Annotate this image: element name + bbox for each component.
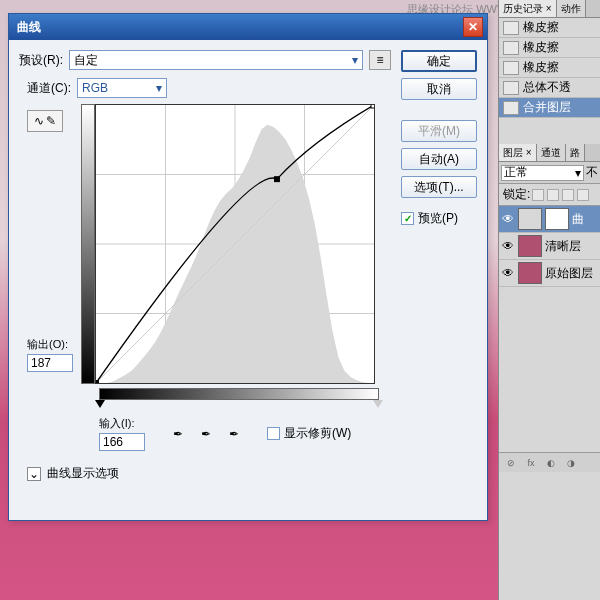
eraser-icon xyxy=(503,21,519,35)
blend-mode-select[interactable]: 正常 ▾ xyxy=(501,165,584,181)
black-point-handle[interactable] xyxy=(95,400,105,408)
white-point-handle[interactable] xyxy=(373,400,383,408)
tab-paths[interactable]: 路 xyxy=(566,144,585,161)
checkbox-icon xyxy=(267,427,280,440)
expand-toggle[interactable]: ⌄ xyxy=(27,467,41,481)
preview-label: 预览(P) xyxy=(418,210,458,227)
show-clipping-checkbox[interactable]: 显示修剪(W) xyxy=(267,425,351,442)
preset-value: 自定 xyxy=(74,52,98,69)
titlebar[interactable]: 曲线 ✕ xyxy=(9,14,487,40)
input-gradient xyxy=(99,388,379,400)
eyedropper-icon: ✒ xyxy=(173,427,183,441)
merge-icon xyxy=(503,101,519,115)
tab-actions[interactable]: 动作 xyxy=(557,0,586,17)
history-label: 总体不透 xyxy=(523,79,571,96)
tab-channels[interactable]: 通道 xyxy=(537,144,566,161)
close-icon: ✕ xyxy=(468,20,478,34)
lock-label: 锁定: xyxy=(503,186,530,203)
mask-thumb-icon xyxy=(545,208,569,230)
lock-all-icon[interactable] xyxy=(577,189,589,201)
history-item[interactable]: 橡皮擦 xyxy=(499,58,600,78)
history-item[interactable]: 合并图层 xyxy=(499,98,600,118)
opacity-label: 不 xyxy=(586,164,598,181)
eraser-icon xyxy=(503,61,519,75)
history-item[interactable]: 橡皮擦 xyxy=(499,38,600,58)
history-label: 橡皮擦 xyxy=(523,39,559,56)
layers-footer: ⊘ fx ◐ ◑ xyxy=(499,452,600,472)
lock-pixels-icon[interactable] xyxy=(547,189,559,201)
history-label: 橡皮擦 xyxy=(523,59,559,76)
eyedropper-icon: ✒ xyxy=(201,427,211,441)
pencil-icon: ✎ xyxy=(46,114,56,128)
blend-mode-value: 正常 xyxy=(504,164,528,181)
preview-checkbox[interactable]: ✓ 预览(P) xyxy=(401,210,477,227)
preset-menu-button[interactable]: ≡ xyxy=(369,50,391,70)
visibility-icon[interactable]: 👁 xyxy=(501,239,515,253)
show-clip-label: 显示修剪(W) xyxy=(284,425,351,442)
layer-thumb-icon xyxy=(518,208,542,230)
lock-transparent-icon[interactable] xyxy=(532,189,544,201)
chevron-down-icon: ▾ xyxy=(575,166,581,180)
expand-label: 曲线显示选项 xyxy=(47,465,119,482)
visibility-icon[interactable]: 👁 xyxy=(501,212,515,226)
preset-label: 预设(R): xyxy=(19,52,63,69)
tab-history[interactable]: 历史记录 × xyxy=(499,0,557,17)
dialog-title: 曲线 xyxy=(13,19,463,36)
output-gradient xyxy=(81,104,95,384)
chevron-down-icon: ▾ xyxy=(156,81,162,95)
curve-svg xyxy=(96,105,374,383)
layer-item[interactable]: 👁清晰层 xyxy=(499,233,600,260)
input-label: 输入(I): xyxy=(99,416,145,431)
input-slider[interactable] xyxy=(99,400,379,410)
eyedropper-icon: ✒ xyxy=(229,427,239,441)
history-item[interactable]: 橡皮擦 xyxy=(499,18,600,38)
curve-icon: ∿ xyxy=(34,114,44,128)
adjustment-icon[interactable]: ◑ xyxy=(563,456,579,470)
layer-item[interactable]: 👁原始图层 xyxy=(499,260,600,287)
ok-button[interactable]: 确定 xyxy=(401,50,477,72)
checkbox-checked-icon: ✓ xyxy=(401,212,414,225)
curve-canvas[interactable] xyxy=(95,104,375,384)
output-label: 输出(O): xyxy=(27,337,73,352)
close-button[interactable]: ✕ xyxy=(463,17,483,37)
curve-tool-point[interactable]: ∿ ✎ xyxy=(27,110,63,132)
lock-position-icon[interactable] xyxy=(562,189,574,201)
chevron-down-icon: ▾ xyxy=(352,53,358,67)
history-item[interactable]: 总体不透 xyxy=(499,78,600,98)
layer-label: 原始图层 xyxy=(545,265,593,282)
smooth-button: 平滑(M) xyxy=(401,120,477,142)
input-input[interactable] xyxy=(99,433,145,451)
auto-button[interactable]: 自动(A) xyxy=(401,148,477,170)
svg-rect-10 xyxy=(371,105,374,108)
fx-icon[interactable]: fx xyxy=(523,456,539,470)
menu-icon: ≡ xyxy=(376,53,383,67)
tab-layers[interactable]: 图层 × xyxy=(499,144,537,161)
history-tabs: 历史记录 × 动作 xyxy=(499,0,600,18)
layer-label: 曲 xyxy=(572,211,584,228)
eraser-icon xyxy=(503,41,519,55)
preset-select[interactable]: 自定 ▾ xyxy=(69,50,363,70)
layer-thumb-icon xyxy=(518,262,542,284)
channel-label: 通道(C): xyxy=(27,80,71,97)
layers-tabs: 图层 × 通道 路 xyxy=(499,144,600,162)
right-panels: 历史记录 × 动作 橡皮擦橡皮擦橡皮擦总体不透合并图层 图层 × 通道 路 正常… xyxy=(498,0,600,600)
layers-list: 👁曲👁清晰层👁原始图层 xyxy=(499,206,600,287)
options-button[interactable]: 选项(T)... xyxy=(401,176,477,198)
channel-value: RGB xyxy=(82,81,108,95)
visibility-icon[interactable]: 👁 xyxy=(501,266,515,280)
link-icon[interactable]: ⊘ xyxy=(503,456,519,470)
cancel-button[interactable]: 取消 xyxy=(401,78,477,100)
history-list: 橡皮擦橡皮擦橡皮擦总体不透合并图层 xyxy=(499,18,600,118)
layer-thumb-icon xyxy=(518,235,542,257)
channel-select[interactable]: RGB ▾ xyxy=(77,78,167,98)
curves-dialog: 曲线 ✕ 预设(R): 自定 ▾ ≡ 通道(C): RGB ▾ xyxy=(8,13,488,521)
layer-label: 清晰层 xyxy=(545,238,581,255)
history-label: 橡皮擦 xyxy=(523,19,559,36)
eyedropper-gray[interactable]: ✒ xyxy=(197,425,215,443)
layer-item[interactable]: 👁曲 xyxy=(499,206,600,233)
output-input[interactable] xyxy=(27,354,73,372)
eyedropper-black[interactable]: ✒ xyxy=(169,425,187,443)
mask-icon[interactable]: ◐ xyxy=(543,456,559,470)
history-label: 合并图层 xyxy=(523,99,571,116)
eyedropper-white[interactable]: ✒ xyxy=(225,425,243,443)
